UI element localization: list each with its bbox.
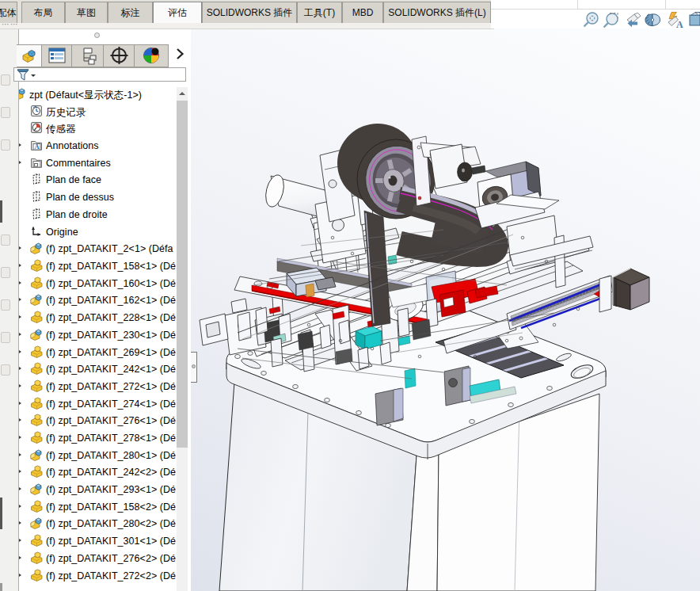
svg-text:A: A — [34, 143, 40, 151]
svg-text:A: A — [676, 19, 683, 30]
